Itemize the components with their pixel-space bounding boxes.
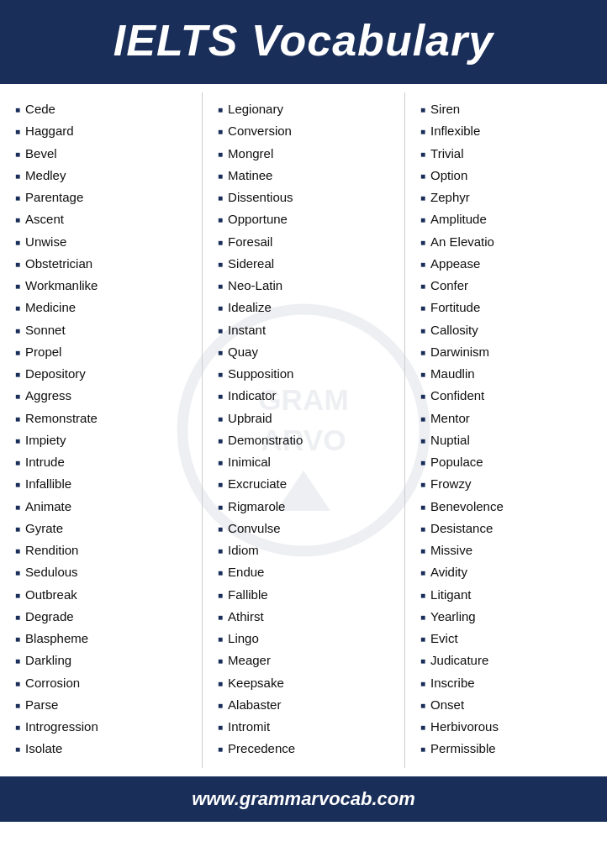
bullet-icon: ■ bbox=[218, 677, 223, 691]
bullet-icon: ■ bbox=[420, 192, 425, 205]
bullet-icon: ■ bbox=[218, 368, 223, 381]
word-text: Zephyr bbox=[430, 187, 470, 207]
word-text: Mongrel bbox=[228, 144, 273, 163]
word-text: Medicine bbox=[25, 297, 76, 317]
page-title: IELTS Vocabulary bbox=[17, 15, 590, 66]
bullet-icon: ■ bbox=[15, 280, 20, 293]
word-text: Intrude bbox=[25, 452, 65, 471]
list-item: ■Excruciate bbox=[218, 474, 396, 493]
list-item: ■Inflexible bbox=[420, 121, 599, 140]
word-text: Intromit bbox=[228, 717, 270, 736]
bullet-icon: ■ bbox=[15, 566, 20, 580]
bullet-icon: ■ bbox=[15, 611, 20, 624]
word-text: Workmanlike bbox=[25, 276, 98, 295]
list-item: ■Workmanlike bbox=[15, 276, 193, 295]
bullet-icon: ■ bbox=[15, 192, 20, 205]
list-item: ■Idealize bbox=[218, 297, 396, 317]
bullet-icon: ■ bbox=[420, 170, 425, 183]
list-item: ■Callosity bbox=[420, 320, 599, 339]
list-item: ■Meager bbox=[218, 650, 396, 670]
bullet-icon: ■ bbox=[218, 346, 223, 360]
list-item: ■Sonnet bbox=[15, 320, 193, 339]
bullet-icon: ■ bbox=[15, 655, 20, 668]
list-item: ■Precedence bbox=[218, 739, 396, 758]
word-text: Siren bbox=[430, 99, 460, 118]
bullet-icon: ■ bbox=[15, 501, 20, 514]
vocabulary-columns: ■Cede■Haggard■Bevel■Medley■Parentage■Asc… bbox=[0, 92, 607, 768]
word-text: Fallible bbox=[228, 585, 268, 604]
word-text: Animate bbox=[25, 497, 71, 516]
bullet-icon: ■ bbox=[15, 346, 20, 360]
bullet-icon: ■ bbox=[218, 103, 223, 117]
bullet-icon: ■ bbox=[15, 213, 20, 227]
word-text: Mentor bbox=[430, 408, 470, 428]
word-text: Evict bbox=[430, 629, 458, 648]
list-item: ■Judicature bbox=[420, 650, 599, 670]
word-text: Supposition bbox=[228, 364, 293, 383]
word-text: Opportune bbox=[228, 209, 288, 229]
list-item: ■Cede bbox=[15, 99, 193, 118]
word-text: Idiom bbox=[228, 540, 259, 560]
word-text: Parse bbox=[25, 695, 58, 714]
word-text: Inflexible bbox=[430, 121, 480, 140]
list-item: ■Isolate bbox=[15, 739, 193, 758]
bullet-icon: ■ bbox=[420, 633, 425, 646]
bullet-icon: ■ bbox=[218, 236, 223, 250]
word-text: Inscribe bbox=[430, 673, 475, 692]
bullet-icon: ■ bbox=[15, 170, 20, 183]
bullet-icon: ■ bbox=[420, 456, 425, 470]
word-text: Athirst bbox=[228, 607, 264, 626]
bullet-icon: ■ bbox=[15, 236, 20, 250]
list-item: ■Legionary bbox=[218, 99, 396, 118]
list-item: ■Blaspheme bbox=[15, 629, 193, 648]
bullet-icon: ■ bbox=[420, 566, 425, 580]
list-item: ■Yearling bbox=[420, 607, 599, 626]
list-item: ■Sidereal bbox=[218, 254, 396, 273]
bullet-icon: ■ bbox=[420, 655, 425, 668]
list-item: ■Evict bbox=[420, 629, 599, 648]
bullet-icon: ■ bbox=[420, 148, 425, 161]
bullet-icon: ■ bbox=[218, 699, 223, 713]
bullet-icon: ■ bbox=[420, 699, 425, 713]
bullet-icon: ■ bbox=[420, 523, 425, 536]
list-item: ■Mentor bbox=[420, 408, 599, 428]
word-text: Confident bbox=[430, 386, 484, 405]
word-text: Populace bbox=[430, 452, 483, 471]
word-text: Outbreak bbox=[25, 585, 77, 604]
bullet-icon: ■ bbox=[15, 699, 20, 713]
word-text: Haggard bbox=[25, 121, 74, 140]
word-text: Depository bbox=[25, 364, 86, 383]
list-item: ■Siren bbox=[420, 99, 599, 118]
bullet-icon: ■ bbox=[218, 478, 223, 492]
bullet-icon: ■ bbox=[15, 324, 20, 338]
list-item: ■Degrade bbox=[15, 607, 193, 626]
word-text: Keepsake bbox=[228, 673, 284, 692]
bullet-icon: ■ bbox=[15, 258, 20, 271]
list-item: ■Corrosion bbox=[15, 673, 193, 692]
list-item: ■Frowzy bbox=[420, 474, 599, 493]
word-text: Permissible bbox=[430, 739, 496, 758]
list-item: ■Permissible bbox=[420, 739, 599, 758]
bullet-icon: ■ bbox=[420, 302, 425, 315]
list-item: ■Darwinism bbox=[420, 342, 599, 361]
page-header: IELTS Vocabulary bbox=[0, 0, 607, 84]
list-item: ■Desistance bbox=[420, 518, 599, 538]
list-item: ■Gyrate bbox=[15, 518, 193, 538]
bullet-icon: ■ bbox=[420, 589, 425, 602]
list-item: ■Nuptial bbox=[420, 430, 599, 450]
bullet-icon: ■ bbox=[218, 721, 223, 734]
list-item: ■Depository bbox=[15, 364, 193, 383]
bullet-icon: ■ bbox=[218, 434, 223, 448]
bullet-icon: ■ bbox=[15, 148, 20, 161]
list-item: ■Outbreak bbox=[15, 585, 193, 604]
word-text: Isolate bbox=[25, 739, 62, 758]
word-text: Excruciate bbox=[228, 474, 287, 493]
list-item: ■Instant bbox=[218, 320, 396, 339]
word-text: Callosity bbox=[430, 320, 478, 339]
bullet-icon: ■ bbox=[218, 258, 223, 271]
list-item: ■Litigant bbox=[420, 585, 599, 604]
bullet-icon: ■ bbox=[15, 478, 20, 492]
bullet-icon: ■ bbox=[218, 192, 223, 205]
word-text: Infallible bbox=[25, 474, 71, 493]
word-text: Demonstratio bbox=[228, 430, 303, 450]
